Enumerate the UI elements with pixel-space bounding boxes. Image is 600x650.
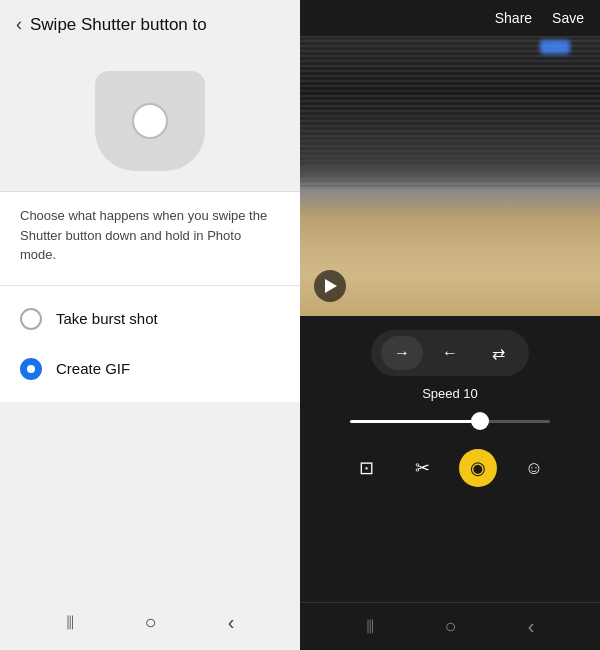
option-burst-label: Take burst shot	[56, 310, 158, 327]
arrow-left-icon: ←	[442, 344, 458, 362]
option-gif-label: Create GIF	[56, 360, 130, 377]
dir-forward-button[interactable]: →	[381, 336, 423, 370]
arrow-right-icon: →	[394, 344, 410, 362]
options-section: Take burst shot Create GIF	[0, 285, 300, 402]
nav-right-lines-icon[interactable]: ⦀	[366, 615, 374, 638]
trim-icon: ⊡	[359, 457, 374, 479]
filter-icon: ◉	[470, 457, 486, 479]
video-scanlines	[300, 36, 600, 190]
left-header: ‹ Swipe Shutter button to	[0, 0, 300, 47]
option-gif[interactable]: Create GIF	[0, 344, 300, 394]
dir-backward-button[interactable]: ←	[429, 336, 471, 370]
back-button[interactable]: ‹	[16, 14, 22, 35]
controls-area: → ← ⇄ Speed 10 ⊡ ✂ ◉	[300, 316, 600, 602]
option-burst[interactable]: Take burst shot	[0, 294, 300, 344]
shutter-button-icon	[132, 103, 168, 139]
right-panel: Share Save → ← ⇄ Speed 10	[300, 0, 600, 650]
arrow-reverse-icon: ⇄	[492, 344, 505, 363]
speed-slider[interactable]	[350, 411, 550, 431]
nav-bar-right: ⦀ ○ ‹	[300, 602, 600, 650]
slider-thumb[interactable]	[471, 412, 489, 430]
sticker-tool-button[interactable]: ✂	[403, 449, 441, 487]
nav-back-icon[interactable]: ‹	[228, 611, 235, 634]
nav-right-home-icon[interactable]: ○	[445, 615, 457, 638]
nav-lines-icon[interactable]: ⦀	[66, 611, 74, 634]
play-button[interactable]	[314, 270, 346, 302]
video-background	[300, 36, 600, 316]
slider-track	[350, 420, 550, 423]
description-text: Choose what happens when you swipe the S…	[0, 191, 300, 285]
emoji-icon: ☺	[525, 458, 543, 479]
save-button[interactable]: Save	[552, 10, 584, 26]
dir-reverse-button[interactable]: ⇄	[477, 336, 519, 370]
play-icon	[325, 279, 337, 293]
shutter-shape	[95, 71, 205, 171]
trim-tool-button[interactable]: ⊡	[347, 449, 385, 487]
shutter-illustration	[0, 47, 300, 191]
speed-label: Speed 10	[422, 386, 478, 401]
share-button[interactable]: Share	[495, 10, 532, 26]
bottom-tools: ⊡ ✂ ◉ ☺	[347, 441, 553, 493]
video-preview	[300, 36, 600, 316]
filter-tool-button[interactable]: ◉	[459, 449, 497, 487]
slider-fill	[350, 420, 480, 423]
left-panel: ‹ Swipe Shutter button to Choose what ha…	[0, 0, 300, 650]
emoji-tool-button[interactable]: ☺	[515, 449, 553, 487]
blue-light-artifact	[540, 40, 570, 54]
radio-gif-inner	[27, 365, 35, 373]
radio-gif[interactable]	[20, 358, 42, 380]
page-title: Swipe Shutter button to	[30, 15, 207, 35]
sticker-icon: ✂	[415, 457, 430, 479]
radio-burst[interactable]	[20, 308, 42, 330]
nav-home-icon[interactable]: ○	[145, 611, 157, 634]
right-header: Share Save	[300, 0, 600, 36]
nav-bar-left: ⦀ ○ ‹	[0, 595, 300, 650]
direction-buttons: → ← ⇄	[371, 330, 529, 376]
nav-right-back-icon[interactable]: ‹	[528, 615, 535, 638]
